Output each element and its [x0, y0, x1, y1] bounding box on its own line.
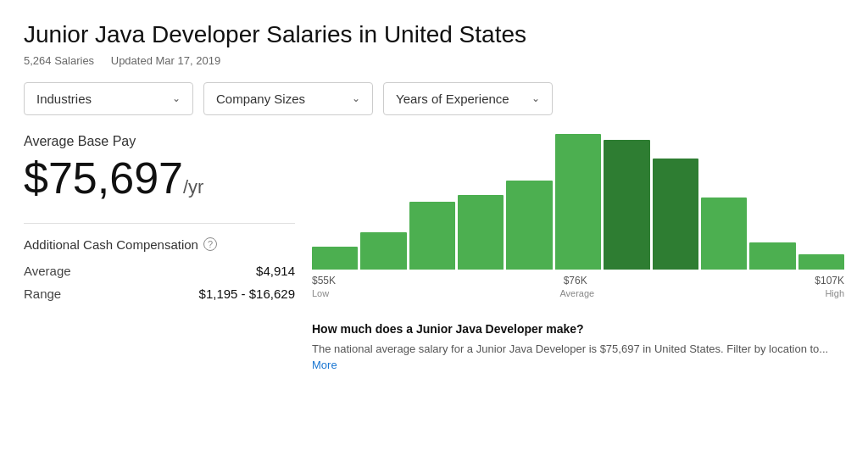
histogram-sublabels: Low Average High: [312, 288, 844, 298]
right-panel: $55K $76K $107K Low Average High How muc…: [295, 134, 844, 374]
histogram-bar: [749, 242, 795, 270]
stat-row: Average$4,914: [24, 264, 295, 278]
histogram-bar: [555, 134, 601, 270]
chevron-icon-company-sizes: ⌄: [352, 92, 360, 104]
salary-unit: /yr: [183, 176, 203, 198]
left-panel: Average Base Pay $75,697/yr Additional C…: [24, 134, 295, 374]
histogram-labels: $55K $76K $107K: [312, 275, 844, 287]
salary-count: 5,264 Salaries: [24, 54, 94, 67]
histogram-bar: [798, 254, 844, 269]
info-question: How much does a Junior Java Developer ma…: [312, 322, 844, 336]
histogram-bar: [604, 140, 649, 270]
avg-salary-value: $75,697/yr: [24, 154, 295, 203]
filter-company-sizes[interactable]: Company Sizes⌄: [203, 82, 373, 115]
chevron-icon-years-experience: ⌄: [531, 92, 540, 104]
histogram-bar: [458, 195, 504, 269]
stat-row: Range$1,195 - $16,629: [24, 287, 295, 301]
filters-row: Industries⌄Company Sizes⌄Years of Experi…: [24, 82, 844, 115]
info-text-content: The national average salary for a Junior…: [312, 342, 828, 355]
histogram-bar: [360, 232, 406, 270]
stat-label: Range: [24, 287, 61, 301]
updated-date: Updated Mar 17, 2019: [111, 54, 220, 67]
filter-label-company-sizes: Company Sizes: [216, 92, 305, 106]
avg-label: $76K: [564, 275, 587, 287]
histogram-bar: [409, 202, 455, 270]
filter-label-industries: Industries: [36, 92, 92, 106]
page-subtitle: 5,264 Salaries Updated Mar 17, 2019: [24, 54, 844, 67]
avg-base-pay-label: Average Base Pay: [24, 134, 295, 149]
additional-title-text: Additional Cash Compensation: [24, 237, 198, 252]
stat-value: $1,195 - $16,629: [199, 287, 295, 301]
high-sub: High: [825, 288, 844, 298]
filter-industries[interactable]: Industries⌄: [24, 82, 193, 115]
stat-rows: Average$4,914Range$1,195 - $16,629: [24, 264, 295, 301]
stat-value: $4,914: [256, 264, 295, 278]
more-link[interactable]: More: [312, 359, 337, 371]
info-box: How much does a Junior Java Developer ma…: [312, 322, 844, 374]
low-sub: Low: [312, 288, 329, 298]
histogram-container: $55K $76K $107K Low Average High: [312, 134, 844, 298]
main-content: Average Base Pay $75,697/yr Additional C…: [24, 134, 844, 374]
histogram-bar: [701, 198, 747, 269]
additional-title: Additional Cash Compensation ?: [24, 237, 295, 252]
additional-compensation-section: Additional Cash Compensation ? Average$4…: [24, 223, 295, 301]
page-title: Junior Java Developer Salaries in United…: [24, 20, 844, 49]
avg-sub: Average: [559, 288, 594, 298]
histogram-bar: [312, 247, 358, 269]
salary-amount: $75,697: [24, 153, 183, 203]
salary-histogram: [312, 134, 844, 270]
histogram-bar: [506, 181, 552, 270]
filter-years-experience[interactable]: Years of Experience⌄: [383, 82, 553, 115]
info-text: The national average salary for a Junior…: [312, 341, 844, 374]
histogram-bar: [653, 159, 698, 270]
filter-label-years-experience: Years of Experience: [396, 92, 509, 106]
low-label: $55K: [312, 275, 336, 287]
chevron-icon-industries: ⌄: [172, 92, 181, 104]
high-label: $107K: [815, 275, 844, 287]
help-icon[interactable]: ?: [203, 237, 217, 251]
stat-label: Average: [24, 264, 71, 278]
